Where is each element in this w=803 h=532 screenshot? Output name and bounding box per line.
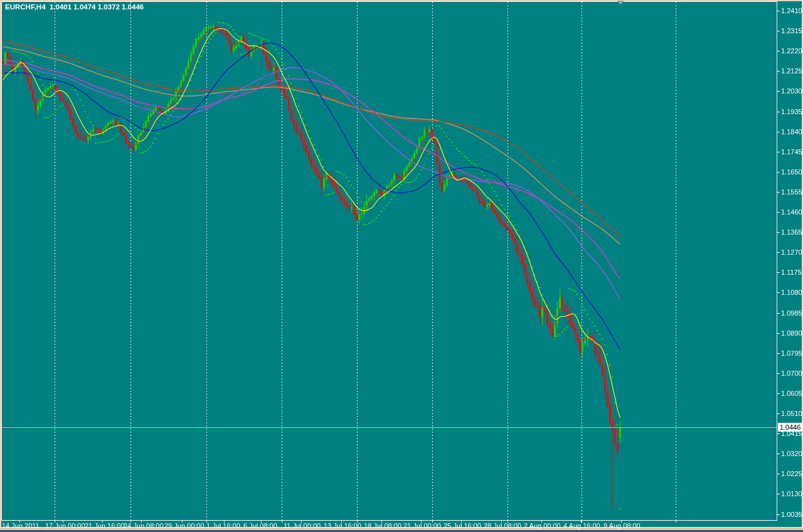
time-axis-label: 4 Aug 16:00 <box>563 522 600 529</box>
price-axis-label: 1.0130 <box>781 490 802 497</box>
price-axis[interactable] <box>777 0 803 521</box>
chart-shift-arrow-icon[interactable] <box>617 1 624 4</box>
price-axis-label: 1.1365 <box>781 228 802 236</box>
price-axis-label: 1.1270 <box>781 248 802 256</box>
price-axis-label: 1.1650 <box>781 168 802 176</box>
time-axis-label: 6 Jul 08:00 <box>243 522 277 529</box>
time-axis-label: 2 Aug 00:00 <box>524 522 561 529</box>
price-chart-canvas[interactable] <box>0 0 803 532</box>
time-axis-label: 17 Jun 00:00 <box>45 522 85 529</box>
time-axis-label: 1 Jul 16:00 <box>206 522 240 529</box>
price-axis-label: 1.0700 <box>781 370 802 377</box>
time-axis-label: 29 Jun 00:00 <box>164 522 205 529</box>
time-axis-label: 25 Jul 16:00 <box>444 522 481 529</box>
price-axis-label: 1.1080 <box>781 289 802 296</box>
price-axis-label: 1.0320 <box>781 450 802 457</box>
price-axis-label: 1.1840 <box>781 128 802 136</box>
price-axis-label: 1.1935 <box>781 108 802 115</box>
time-axis-label: 21 Jul 00:00 <box>403 522 441 529</box>
time-axis-label: 21 Jun 16:00 <box>85 522 125 529</box>
price-axis-label: 1.2125 <box>781 67 802 75</box>
price-axis-label: 1.2315 <box>781 27 802 35</box>
time-axis-label: 9 Aug 08:00 <box>604 522 641 529</box>
time-axis-label: 28 Jul 08:00 <box>484 522 521 529</box>
price-axis-label: 1.2030 <box>781 87 802 95</box>
mt4-chart-window: EURCHF,H4 1.0401 1.0474 1.0372 1.0446 1.… <box>0 0 803 532</box>
price-axis-label: 1.0605 <box>781 390 802 397</box>
time-axis-label: 24 Jun 08:00 <box>124 522 164 529</box>
price-axis-label: 1.2410 <box>781 7 802 14</box>
current-price-tag: 1.0446 <box>778 423 802 432</box>
price-axis-label: 1.1460 <box>781 208 802 216</box>
price-axis-label: 1.1175 <box>781 269 802 276</box>
price-axis-label: 1.2220 <box>781 47 802 55</box>
price-axis-label: 1.0985 <box>781 309 802 317</box>
price-axis-label: 1.0890 <box>781 329 802 337</box>
price-axis-label: 1.0510 <box>781 410 802 417</box>
time-axis-label: 18 Jul 08:00 <box>364 522 402 529</box>
chart-title-ohlc: EURCHF,H4 1.0401 1.0474 1.0372 1.0446 <box>5 3 144 11</box>
price-axis-label: 1.1555 <box>781 188 802 196</box>
price-axis-label: 1.0795 <box>781 349 802 357</box>
price-axis-label: 1.0035 <box>781 511 802 518</box>
time-axis-label: 11 Jul 00:00 <box>284 522 321 529</box>
price-axis-label: 1.1745 <box>781 148 802 156</box>
time-axis-label: 14 Jun 2011 <box>2 522 40 529</box>
time-axis-label: 13 Jul 16:00 <box>324 522 361 529</box>
price-axis-label: 1.0225 <box>781 470 802 477</box>
